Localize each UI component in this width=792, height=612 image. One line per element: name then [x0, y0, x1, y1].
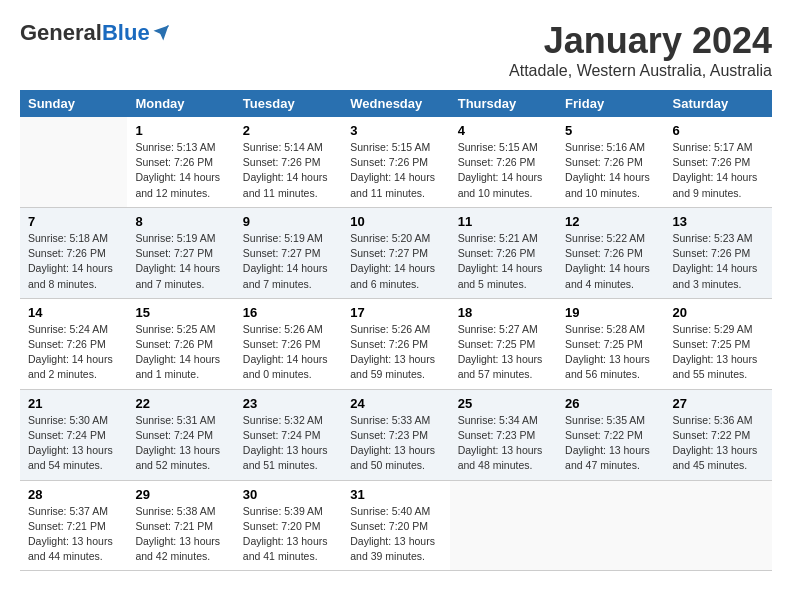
- calendar-cell: 16Sunrise: 5:26 AM Sunset: 7:26 PM Dayli…: [235, 298, 342, 389]
- day-number: 9: [243, 214, 334, 229]
- calendar-header: SundayMondayTuesdayWednesdayThursdayFrid…: [20, 90, 772, 117]
- cell-content: Sunrise: 5:19 AM Sunset: 7:27 PM Dayligh…: [243, 231, 334, 292]
- calendar-cell: 8Sunrise: 5:19 AM Sunset: 7:27 PM Daylig…: [127, 207, 234, 298]
- cell-content: Sunrise: 5:17 AM Sunset: 7:26 PM Dayligh…: [673, 140, 764, 201]
- day-number: 1: [135, 123, 226, 138]
- day-number: 13: [673, 214, 764, 229]
- cell-content: Sunrise: 5:26 AM Sunset: 7:26 PM Dayligh…: [243, 322, 334, 383]
- cell-content: Sunrise: 5:38 AM Sunset: 7:21 PM Dayligh…: [135, 504, 226, 565]
- day-number: 23: [243, 396, 334, 411]
- week-row-2: 7Sunrise: 5:18 AM Sunset: 7:26 PM Daylig…: [20, 207, 772, 298]
- calendar-cell: 17Sunrise: 5:26 AM Sunset: 7:26 PM Dayli…: [342, 298, 449, 389]
- day-number: 19: [565, 305, 656, 320]
- calendar-cell: [665, 480, 772, 571]
- day-number: 8: [135, 214, 226, 229]
- cell-content: Sunrise: 5:33 AM Sunset: 7:23 PM Dayligh…: [350, 413, 441, 474]
- day-number: 5: [565, 123, 656, 138]
- calendar-cell: 9Sunrise: 5:19 AM Sunset: 7:27 PM Daylig…: [235, 207, 342, 298]
- calendar-cell: 18Sunrise: 5:27 AM Sunset: 7:25 PM Dayli…: [450, 298, 557, 389]
- calendar-cell: 2Sunrise: 5:14 AM Sunset: 7:26 PM Daylig…: [235, 117, 342, 207]
- calendar-cell: 28Sunrise: 5:37 AM Sunset: 7:21 PM Dayli…: [20, 480, 127, 571]
- calendar-cell: 3Sunrise: 5:15 AM Sunset: 7:26 PM Daylig…: [342, 117, 449, 207]
- week-row-5: 28Sunrise: 5:37 AM Sunset: 7:21 PM Dayli…: [20, 480, 772, 571]
- day-number: 26: [565, 396, 656, 411]
- day-number: 11: [458, 214, 549, 229]
- cell-content: Sunrise: 5:39 AM Sunset: 7:20 PM Dayligh…: [243, 504, 334, 565]
- day-number: 16: [243, 305, 334, 320]
- calendar-cell: 15Sunrise: 5:25 AM Sunset: 7:26 PM Dayli…: [127, 298, 234, 389]
- calendar-cell: 31Sunrise: 5:40 AM Sunset: 7:20 PM Dayli…: [342, 480, 449, 571]
- week-row-1: 1Sunrise: 5:13 AM Sunset: 7:26 PM Daylig…: [20, 117, 772, 207]
- calendar-cell: 30Sunrise: 5:39 AM Sunset: 7:20 PM Dayli…: [235, 480, 342, 571]
- day-number: 20: [673, 305, 764, 320]
- header-cell-saturday: Saturday: [665, 90, 772, 117]
- day-number: 2: [243, 123, 334, 138]
- week-row-3: 14Sunrise: 5:24 AM Sunset: 7:26 PM Dayli…: [20, 298, 772, 389]
- title-section: January 2024 Attadale, Western Australia…: [509, 20, 772, 80]
- day-number: 15: [135, 305, 226, 320]
- cell-content: Sunrise: 5:31 AM Sunset: 7:24 PM Dayligh…: [135, 413, 226, 474]
- cell-content: Sunrise: 5:13 AM Sunset: 7:26 PM Dayligh…: [135, 140, 226, 201]
- cell-content: Sunrise: 5:20 AM Sunset: 7:27 PM Dayligh…: [350, 231, 441, 292]
- cell-content: Sunrise: 5:24 AM Sunset: 7:26 PM Dayligh…: [28, 322, 119, 383]
- location: Attadale, Western Australia, Australia: [509, 62, 772, 80]
- header-cell-friday: Friday: [557, 90, 664, 117]
- day-number: 30: [243, 487, 334, 502]
- calendar-cell: 7Sunrise: 5:18 AM Sunset: 7:26 PM Daylig…: [20, 207, 127, 298]
- cell-content: Sunrise: 5:23 AM Sunset: 7:26 PM Dayligh…: [673, 231, 764, 292]
- cell-content: Sunrise: 5:35 AM Sunset: 7:22 PM Dayligh…: [565, 413, 656, 474]
- calendar-cell: 13Sunrise: 5:23 AM Sunset: 7:26 PM Dayli…: [665, 207, 772, 298]
- calendar-cell: 23Sunrise: 5:32 AM Sunset: 7:24 PM Dayli…: [235, 389, 342, 480]
- day-number: 21: [28, 396, 119, 411]
- logo-general-text: General: [20, 20, 102, 46]
- day-number: 31: [350, 487, 441, 502]
- calendar-cell: [20, 117, 127, 207]
- calendar-cell: [450, 480, 557, 571]
- calendar-cell: 20Sunrise: 5:29 AM Sunset: 7:25 PM Dayli…: [665, 298, 772, 389]
- header-cell-monday: Monday: [127, 90, 234, 117]
- cell-content: Sunrise: 5:29 AM Sunset: 7:25 PM Dayligh…: [673, 322, 764, 383]
- cell-content: Sunrise: 5:30 AM Sunset: 7:24 PM Dayligh…: [28, 413, 119, 474]
- calendar-cell: 11Sunrise: 5:21 AM Sunset: 7:26 PM Dayli…: [450, 207, 557, 298]
- day-number: 6: [673, 123, 764, 138]
- day-number: 25: [458, 396, 549, 411]
- cell-content: Sunrise: 5:15 AM Sunset: 7:26 PM Dayligh…: [350, 140, 441, 201]
- week-row-4: 21Sunrise: 5:30 AM Sunset: 7:24 PM Dayli…: [20, 389, 772, 480]
- day-number: 27: [673, 396, 764, 411]
- cell-content: Sunrise: 5:16 AM Sunset: 7:26 PM Dayligh…: [565, 140, 656, 201]
- day-number: 10: [350, 214, 441, 229]
- logo-blue-text: Blue: [102, 20, 150, 46]
- calendar-cell: 12Sunrise: 5:22 AM Sunset: 7:26 PM Dayli…: [557, 207, 664, 298]
- cell-content: Sunrise: 5:19 AM Sunset: 7:27 PM Dayligh…: [135, 231, 226, 292]
- cell-content: Sunrise: 5:32 AM Sunset: 7:24 PM Dayligh…: [243, 413, 334, 474]
- calendar-cell: 19Sunrise: 5:28 AM Sunset: 7:25 PM Dayli…: [557, 298, 664, 389]
- calendar-body: 1Sunrise: 5:13 AM Sunset: 7:26 PM Daylig…: [20, 117, 772, 571]
- day-number: 24: [350, 396, 441, 411]
- day-number: 7: [28, 214, 119, 229]
- day-number: 17: [350, 305, 441, 320]
- calendar-cell: 29Sunrise: 5:38 AM Sunset: 7:21 PM Dayli…: [127, 480, 234, 571]
- cell-content: Sunrise: 5:14 AM Sunset: 7:26 PM Dayligh…: [243, 140, 334, 201]
- cell-content: Sunrise: 5:22 AM Sunset: 7:26 PM Dayligh…: [565, 231, 656, 292]
- header-row: SundayMondayTuesdayWednesdayThursdayFrid…: [20, 90, 772, 117]
- header-cell-thursday: Thursday: [450, 90, 557, 117]
- cell-content: Sunrise: 5:18 AM Sunset: 7:26 PM Dayligh…: [28, 231, 119, 292]
- header-cell-wednesday: Wednesday: [342, 90, 449, 117]
- cell-content: Sunrise: 5:25 AM Sunset: 7:26 PM Dayligh…: [135, 322, 226, 383]
- day-number: 22: [135, 396, 226, 411]
- calendar-cell: 6Sunrise: 5:17 AM Sunset: 7:26 PM Daylig…: [665, 117, 772, 207]
- header-cell-tuesday: Tuesday: [235, 90, 342, 117]
- page-header: GeneralBlue January 2024 Attadale, Weste…: [20, 20, 772, 80]
- day-number: 18: [458, 305, 549, 320]
- calendar-cell: 4Sunrise: 5:15 AM Sunset: 7:26 PM Daylig…: [450, 117, 557, 207]
- cell-content: Sunrise: 5:34 AM Sunset: 7:23 PM Dayligh…: [458, 413, 549, 474]
- cell-content: Sunrise: 5:37 AM Sunset: 7:21 PM Dayligh…: [28, 504, 119, 565]
- day-number: 29: [135, 487, 226, 502]
- day-number: 4: [458, 123, 549, 138]
- calendar-cell: 22Sunrise: 5:31 AM Sunset: 7:24 PM Dayli…: [127, 389, 234, 480]
- cell-content: Sunrise: 5:36 AM Sunset: 7:22 PM Dayligh…: [673, 413, 764, 474]
- cell-content: Sunrise: 5:40 AM Sunset: 7:20 PM Dayligh…: [350, 504, 441, 565]
- month-title: January 2024: [509, 20, 772, 62]
- calendar-cell: 27Sunrise: 5:36 AM Sunset: 7:22 PM Dayli…: [665, 389, 772, 480]
- calendar-cell: 21Sunrise: 5:30 AM Sunset: 7:24 PM Dayli…: [20, 389, 127, 480]
